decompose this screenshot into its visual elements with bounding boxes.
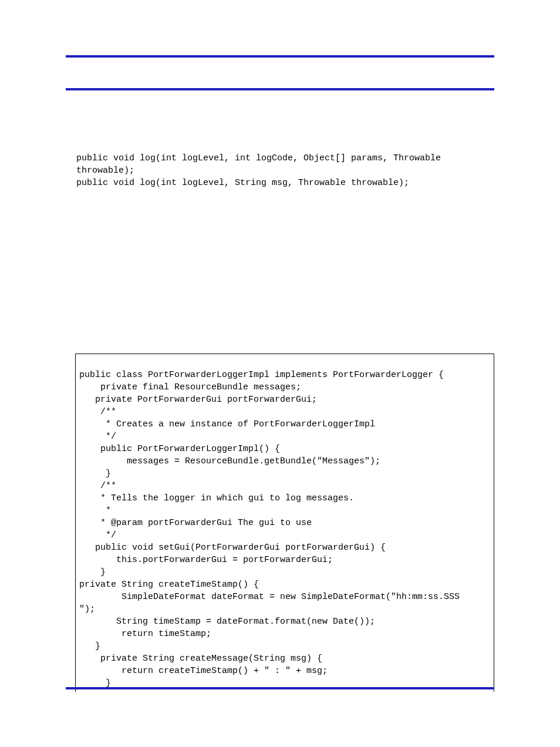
code-line: } (79, 469, 111, 479)
code-line: this.portForwarderGui = portForwarderGui… (79, 555, 333, 565)
code-line: private PortForwarderGui portForwarderGu… (79, 395, 317, 405)
code-line: private String createTimeStamp() { (79, 580, 259, 590)
code-line: /** (79, 481, 116, 491)
code-line: * Tells the logger in which gui to log m… (79, 493, 354, 503)
code-line: public void setGui(PortForwarderGui port… (79, 543, 386, 553)
code-line: public void log(int logLevel, String msg… (76, 178, 409, 188)
code-line: messages = ResourceBundle.getBundle("Mes… (79, 456, 380, 466)
code-line: "); (79, 604, 95, 614)
code-line: * Creates a new instance of PortForwarde… (79, 419, 375, 429)
code-line: public void log(int logLevel, int logCod… (76, 153, 441, 163)
code-line: /** (79, 407, 116, 417)
code-line: * (79, 506, 111, 516)
code-line: private final ResourceBundle messages; (79, 382, 301, 392)
code-line: throwable); (76, 166, 134, 176)
footer-rule (66, 687, 494, 689)
method-signatures: public void log(int logLevel, int logCod… (76, 140, 494, 189)
code-line: SimpleDateFormat dateFormat = new Simple… (79, 592, 460, 602)
code-line: } (79, 641, 100, 651)
code-line: return timeStamp; (79, 629, 211, 639)
code-line: return createTimeStamp() + " : " + msg; (79, 666, 328, 676)
code-listing: public class PortForwarderLoggerImpl imp… (75, 354, 494, 692)
code-line: private String createMessage(String msg)… (79, 654, 322, 664)
code-line: public PortForwarderLoggerImpl() { (79, 444, 280, 454)
code-line: */ (79, 530, 116, 540)
code-line: public class PortForwarderLoggerImpl imp… (79, 370, 444, 380)
code-line: } (79, 567, 106, 577)
code-line: */ (79, 432, 116, 442)
code-line: String timeStamp = dateFormat.format(new… (79, 617, 375, 627)
code-line: * @param portForwarderGui The gui to use (79, 518, 312, 528)
